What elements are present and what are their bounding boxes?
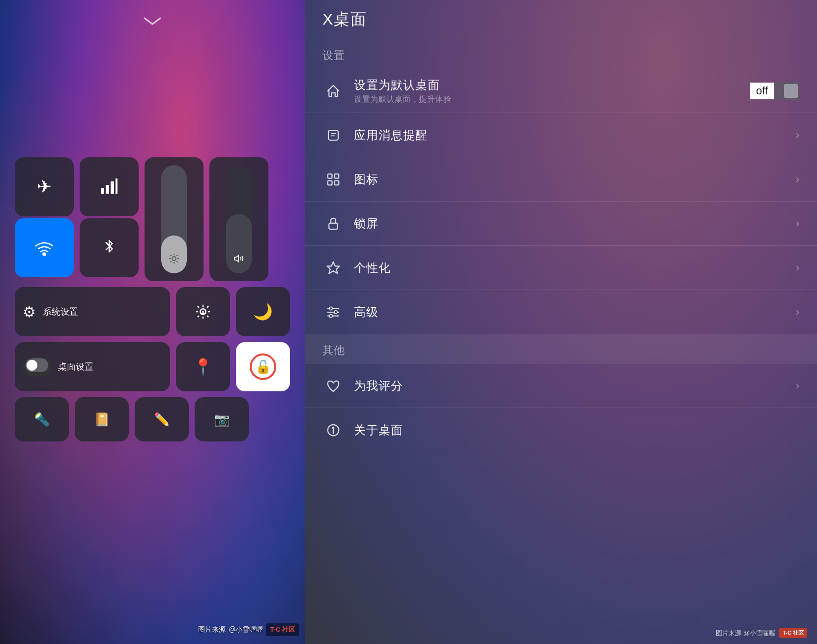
icons-right: › [796, 173, 799, 186]
svg-rect-33 [335, 180, 339, 185]
toggle-icon [23, 357, 51, 377]
desktop-settings-tile[interactable]: 桌面设置 [15, 342, 170, 391]
notes-tile[interactable]: 📔 [75, 397, 129, 441]
svg-point-39 [329, 307, 332, 310]
icons-title: 图标 [354, 172, 796, 187]
sliders-icon [322, 301, 344, 323]
system-settings-label: 系统设置 [43, 306, 78, 318]
svg-point-40 [334, 310, 337, 313]
svg-rect-3 [116, 178, 117, 194]
lock-screen-content: 锁屏 [354, 216, 796, 232]
svg-point-14 [43, 253, 46, 256]
svg-rect-32 [328, 180, 332, 185]
icons-row[interactable]: 图标 › [305, 157, 817, 202]
about-row[interactable]: 关于桌面 [305, 408, 817, 452]
chevron-right-icon-5: › [796, 306, 799, 319]
personalization-row[interactable]: 个性化 › [305, 246, 817, 290]
app-notifications-content: 应用消息提醒 [354, 127, 796, 143]
desktop-settings-label: 桌面设置 [58, 361, 93, 373]
cc-row-4: 桌面设置 📍 [15, 342, 290, 391]
toggle-off[interactable]: off [750, 82, 799, 100]
toggle-thumb [784, 84, 798, 98]
flashlight-tile[interactable]: 🔦 [15, 397, 69, 441]
svg-text:A: A [201, 310, 205, 316]
airplane-mode-tile[interactable]: ✈ [15, 157, 74, 216]
toggle-off-track[interactable] [775, 82, 799, 100]
grid-icon [322, 169, 344, 190]
rate-row[interactable]: 为我评分 › [305, 364, 817, 408]
svg-point-26 [27, 360, 37, 371]
cellular-tile[interactable] [80, 157, 139, 216]
lock-screen-title: 锁屏 [354, 216, 796, 232]
tc-badge-right: T-C 社区 [779, 628, 807, 638]
cc-row-3: ⚙ 系统设置 A 🌙 [15, 287, 290, 336]
svg-line-22 [207, 306, 208, 308]
auto-brightness-icon: A [195, 303, 211, 320]
other-section-header: 其他 [305, 334, 817, 364]
control-center: ✈ [15, 157, 290, 441]
airplane-icon: ✈ [37, 178, 52, 196]
signal-icon [100, 177, 118, 196]
gear-icon: ⚙ [23, 303, 36, 321]
rate-right: › [796, 380, 799, 392]
svg-rect-2 [111, 181, 114, 194]
night-mode-tile[interactable]: 🌙 [236, 287, 290, 336]
cc-row-5: 🔦 📔 ✏️ 📷 [15, 397, 290, 441]
chevron-down-icon[interactable] [143, 15, 162, 30]
watermark-channel: @小雪喔喔 [229, 625, 263, 634]
advanced-right: › [796, 306, 799, 319]
app-title-bar: X桌面 [305, 0, 817, 39]
default-desktop-row[interactable]: 设置为默认桌面 设置为默认桌面，提升体验 off [305, 69, 817, 113]
svg-rect-30 [328, 174, 332, 178]
advanced-content: 高级 [354, 304, 796, 320]
heart-icon [322, 375, 344, 397]
spacer-volume [209, 218, 268, 277]
toggle-off-control[interactable]: off [750, 82, 799, 100]
svg-line-21 [207, 316, 208, 317]
right-panel: X桌面 设置 设置为默认桌面 设置为默认桌面，提升体验 off [305, 0, 817, 644]
app-title: X桌面 [322, 9, 367, 30]
default-desktop-content: 设置为默认桌面 设置为默认桌面，提升体验 [354, 77, 750, 105]
svg-rect-0 [101, 188, 104, 194]
location-tile[interactable]: 📍 [176, 342, 230, 391]
lock-screen-right: › [796, 217, 799, 230]
wifi-tile[interactable] [15, 218, 74, 277]
default-desktop-title: 设置为默认桌面 [354, 77, 750, 93]
chevron-right-icon-4: › [796, 262, 799, 274]
system-settings-tile[interactable]: ⚙ 系统设置 [15, 287, 170, 336]
app-notifications-row[interactable]: 应用消息提醒 › [305, 113, 817, 157]
advanced-title: 高级 [354, 304, 796, 320]
lock-screen-row[interactable]: 锁屏 › [305, 202, 817, 246]
location-icon: 📍 [193, 357, 213, 376]
about-content: 关于桌面 [354, 422, 799, 438]
personalization-title: 个性化 [354, 260, 796, 276]
pen-tile[interactable]: ✏️ [135, 397, 189, 441]
svg-rect-34 [329, 223, 338, 229]
personalization-content: 个性化 [354, 260, 796, 276]
advanced-row[interactable]: 高级 › [305, 290, 817, 334]
personalization-right: › [796, 262, 799, 274]
svg-line-20 [198, 306, 199, 308]
flashlight-icon: 🔦 [34, 412, 50, 427]
app-notifications-title: 应用消息提醒 [354, 127, 796, 143]
watermark: 图片来源 @小雪喔喔 T-C 社区 [198, 623, 299, 636]
bottom-watermark: 图片来源 @小雪喔喔 T-C 社区 [716, 628, 807, 638]
lock-icon [322, 213, 344, 234]
camera-icon: 📷 [214, 412, 230, 427]
bluetooth-tile[interactable] [80, 218, 139, 277]
auto-brightness-tile[interactable]: A [176, 287, 230, 336]
camera-tile[interactable]: 📷 [195, 397, 249, 441]
wifi-icon [35, 240, 54, 256]
toggle-off-label: off [750, 83, 774, 99]
app-notifications-right: › [796, 129, 799, 142]
moon-icon: 🌙 [253, 302, 273, 321]
screen-lock-tile[interactable] [236, 342, 290, 391]
lock-red-icon [250, 353, 276, 380]
icons-content: 图标 [354, 172, 796, 187]
chevron-right-icon-2: › [796, 173, 799, 186]
pen-icon: ✏️ [154, 412, 170, 427]
chevron-right-icon-3: › [796, 217, 799, 230]
notes-icon: 📔 [94, 412, 110, 427]
star-icon [322, 257, 344, 279]
right-content: X桌面 设置 设置为默认桌面 设置为默认桌面，提升体验 off [305, 0, 817, 644]
